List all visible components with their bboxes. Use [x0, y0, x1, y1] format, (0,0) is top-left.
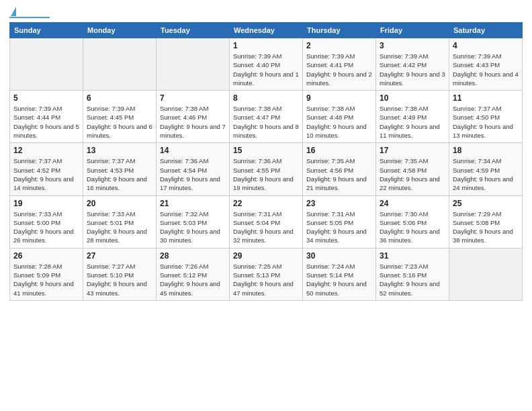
day-number: 26	[13, 251, 79, 261]
day-info: Sunrise: 7:39 AMSunset: 4:43 PMDaylight:…	[453, 52, 519, 87]
day-cell: 25Sunrise: 7:29 AMSunset: 5:08 PMDayligh…	[449, 195, 523, 248]
day-number: 25	[453, 199, 519, 208]
day-number: 28	[160, 251, 226, 261]
day-cell: 7Sunrise: 7:38 AMSunset: 4:46 PMDaylight…	[157, 91, 230, 143]
day-info: Sunrise: 7:29 AMSunset: 5:08 PMDaylight:…	[453, 210, 519, 245]
day-number: 8	[233, 93, 299, 103]
logo-triangle-icon	[11, 7, 16, 16]
day-number: 14	[160, 146, 226, 155]
day-info: Sunrise: 7:35 AMSunset: 4:58 PMDaylight:…	[380, 156, 445, 192]
day-cell: 30Sunrise: 7:24 AMSunset: 5:14 PMDayligh…	[303, 248, 376, 300]
day-cell: 16Sunrise: 7:35 AMSunset: 4:56 PMDayligh…	[303, 143, 376, 195]
day-info: Sunrise: 7:38 AMSunset: 4:48 PMDaylight:…	[306, 104, 372, 140]
header-saturday: Saturday	[449, 23, 523, 38]
logo	[9, 7, 50, 18]
day-info: Sunrise: 7:28 AMSunset: 5:09 PMDaylight:…	[13, 262, 79, 298]
week-row-1: 1Sunrise: 7:39 AMSunset: 4:40 PMDaylight…	[10, 38, 523, 91]
day-number: 10	[380, 93, 445, 103]
week-row-4: 19Sunrise: 7:33 AMSunset: 5:00 PMDayligh…	[10, 195, 523, 248]
day-number: 9	[306, 93, 372, 103]
day-number: 21	[160, 199, 226, 208]
day-number: 30	[306, 251, 372, 261]
day-number: 11	[453, 93, 519, 103]
day-info: Sunrise: 7:36 AMSunset: 4:54 PMDaylight:…	[160, 156, 226, 192]
day-number: 1	[233, 41, 299, 50]
day-cell: 18Sunrise: 7:34 AMSunset: 4:59 PMDayligh…	[449, 143, 523, 195]
day-info: Sunrise: 7:39 AMSunset: 4:45 PMDaylight:…	[87, 104, 152, 140]
day-cell: 8Sunrise: 7:38 AMSunset: 4:47 PMDaylight…	[230, 91, 303, 143]
day-info: Sunrise: 7:24 AMSunset: 5:14 PMDaylight:…	[306, 262, 372, 298]
day-number: 23	[306, 199, 372, 208]
day-info: Sunrise: 7:35 AMSunset: 4:56 PMDaylight:…	[306, 156, 372, 192]
day-info: Sunrise: 7:38 AMSunset: 4:49 PMDaylight:…	[380, 104, 445, 140]
day-number: 13	[87, 146, 152, 155]
day-info: Sunrise: 7:37 AMSunset: 4:50 PMDaylight:…	[453, 104, 519, 140]
day-info: Sunrise: 7:26 AMSunset: 5:12 PMDaylight:…	[160, 262, 226, 298]
day-info: Sunrise: 7:27 AMSunset: 5:10 PMDaylight:…	[87, 262, 152, 298]
day-cell	[83, 38, 157, 91]
day-number: 22	[233, 199, 299, 208]
week-row-5: 26Sunrise: 7:28 AMSunset: 5:09 PMDayligh…	[10, 248, 523, 300]
day-info: Sunrise: 7:38 AMSunset: 4:46 PMDaylight:…	[160, 104, 226, 140]
day-number: 29	[233, 251, 299, 261]
day-info: Sunrise: 7:39 AMSunset: 4:42 PMDaylight:…	[380, 52, 445, 87]
day-cell: 21Sunrise: 7:32 AMSunset: 5:03 PMDayligh…	[157, 195, 230, 248]
header-sunday: Sunday	[10, 23, 83, 38]
day-number: 5	[13, 93, 79, 103]
day-number: 19	[13, 199, 79, 208]
day-cell: 4Sunrise: 7:39 AMSunset: 4:43 PMDaylight…	[449, 38, 523, 91]
day-info: Sunrise: 7:34 AMSunset: 4:59 PMDaylight:…	[453, 156, 519, 192]
day-number: 3	[380, 41, 445, 50]
day-info: Sunrise: 7:33 AMSunset: 5:01 PMDaylight:…	[87, 210, 152, 245]
day-info: Sunrise: 7:39 AMSunset: 4:40 PMDaylight:…	[233, 52, 299, 87]
day-info: Sunrise: 7:25 AMSunset: 5:13 PMDaylight:…	[233, 262, 299, 298]
day-number: 7	[160, 93, 226, 103]
day-info: Sunrise: 7:36 AMSunset: 4:55 PMDaylight:…	[233, 156, 299, 192]
day-cell: 14Sunrise: 7:36 AMSunset: 4:54 PMDayligh…	[157, 143, 230, 195]
day-number: 27	[87, 251, 152, 261]
day-number: 4	[453, 41, 519, 50]
page: SundayMondayTuesdayWednesdayThursdayFrid…	[0, 0, 532, 411]
day-info: Sunrise: 7:38 AMSunset: 4:47 PMDaylight:…	[233, 104, 299, 140]
day-number: 15	[233, 146, 299, 155]
day-cell: 9Sunrise: 7:38 AMSunset: 4:48 PMDaylight…	[303, 91, 376, 143]
day-cell: 1Sunrise: 7:39 AMSunset: 4:40 PMDaylight…	[230, 38, 303, 91]
day-info: Sunrise: 7:39 AMSunset: 4:41 PMDaylight:…	[306, 52, 372, 87]
day-cell	[157, 38, 230, 91]
day-cell: 12Sunrise: 7:37 AMSunset: 4:52 PMDayligh…	[10, 143, 83, 195]
day-cell: 24Sunrise: 7:30 AMSunset: 5:06 PMDayligh…	[376, 195, 449, 248]
day-number: 31	[380, 251, 445, 261]
header-friday: Friday	[376, 23, 449, 38]
day-info: Sunrise: 7:23 AMSunset: 5:16 PMDaylight:…	[380, 262, 445, 298]
day-number: 6	[87, 93, 152, 103]
day-cell: 6Sunrise: 7:39 AMSunset: 4:45 PMDaylight…	[83, 91, 157, 143]
header-tuesday: Tuesday	[157, 23, 230, 38]
calendar-header-row: SundayMondayTuesdayWednesdayThursdayFrid…	[10, 23, 523, 38]
day-number: 18	[453, 146, 519, 155]
day-info: Sunrise: 7:31 AMSunset: 5:05 PMDaylight:…	[306, 210, 372, 245]
day-number: 16	[306, 146, 372, 155]
day-info: Sunrise: 7:32 AMSunset: 5:03 PMDaylight:…	[160, 210, 226, 245]
header-monday: Monday	[83, 23, 157, 38]
day-cell: 11Sunrise: 7:37 AMSunset: 4:50 PMDayligh…	[449, 91, 523, 143]
day-cell: 20Sunrise: 7:33 AMSunset: 5:01 PMDayligh…	[83, 195, 157, 248]
day-cell: 15Sunrise: 7:36 AMSunset: 4:55 PMDayligh…	[230, 143, 303, 195]
day-cell: 23Sunrise: 7:31 AMSunset: 5:05 PMDayligh…	[303, 195, 376, 248]
day-info: Sunrise: 7:37 AMSunset: 4:52 PMDaylight:…	[13, 156, 79, 192]
week-row-2: 5Sunrise: 7:39 AMSunset: 4:44 PMDaylight…	[10, 91, 523, 143]
header-wednesday: Wednesday	[230, 23, 303, 38]
day-number: 12	[13, 146, 79, 155]
day-cell: 5Sunrise: 7:39 AMSunset: 4:44 PMDaylight…	[10, 91, 83, 143]
header	[9, 7, 523, 18]
day-cell	[10, 38, 83, 91]
day-info: Sunrise: 7:33 AMSunset: 5:00 PMDaylight:…	[13, 210, 79, 245]
day-info: Sunrise: 7:37 AMSunset: 4:53 PMDaylight:…	[87, 156, 152, 192]
day-cell: 29Sunrise: 7:25 AMSunset: 5:13 PMDayligh…	[230, 248, 303, 300]
day-cell: 19Sunrise: 7:33 AMSunset: 5:00 PMDayligh…	[10, 195, 83, 248]
day-cell: 27Sunrise: 7:27 AMSunset: 5:10 PMDayligh…	[83, 248, 157, 300]
day-cell: 2Sunrise: 7:39 AMSunset: 4:41 PMDaylight…	[303, 38, 376, 91]
day-info: Sunrise: 7:30 AMSunset: 5:06 PMDaylight:…	[380, 210, 445, 245]
day-cell: 13Sunrise: 7:37 AMSunset: 4:53 PMDayligh…	[83, 143, 157, 195]
day-cell: 26Sunrise: 7:28 AMSunset: 5:09 PMDayligh…	[10, 248, 83, 300]
day-number: 20	[87, 199, 152, 208]
